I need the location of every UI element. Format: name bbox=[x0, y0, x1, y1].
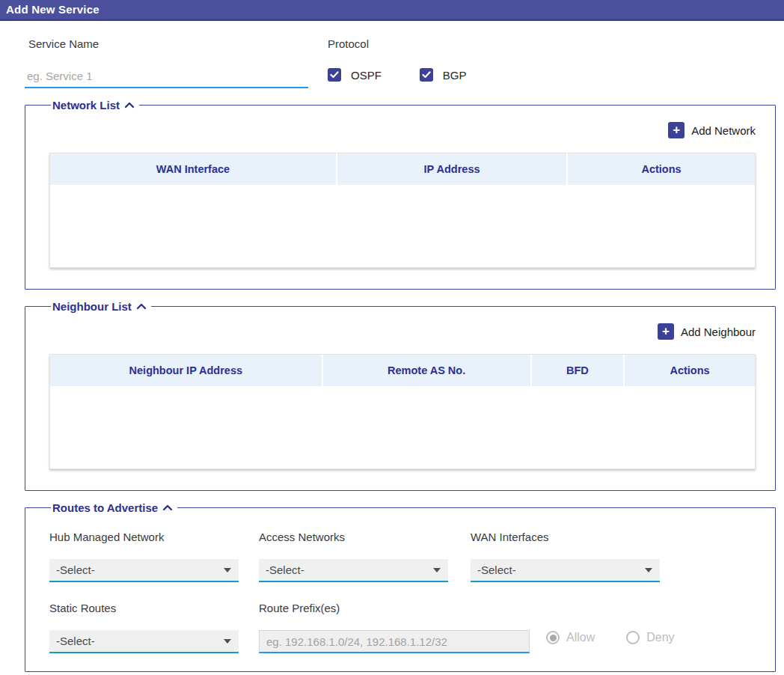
deny-radio[interactable] bbox=[626, 631, 640, 644]
static-routes-label: Static Routes bbox=[49, 602, 259, 614]
routes-row-2: Static Routes -Select- Route Prefix(es) … bbox=[49, 602, 756, 653]
chevron-up-icon[interactable] bbox=[136, 303, 147, 310]
check-icon bbox=[422, 71, 431, 79]
wan-interfaces-label: WAN Interfaces bbox=[471, 531, 680, 543]
neighbour-column-bfd: BFD bbox=[532, 355, 623, 386]
network-table: WAN Interface IP Address Actions bbox=[49, 153, 756, 268]
routes-legend-text: Routes to Advertise bbox=[52, 501, 158, 514]
dropdown-arrow-icon bbox=[645, 568, 652, 572]
service-name-input[interactable] bbox=[25, 67, 308, 88]
protocol-option-bgp: BGP bbox=[420, 68, 467, 82]
hub-managed-network-label: Hub Managed Network bbox=[49, 531, 259, 543]
access-networks-field: Access Networks -Select- bbox=[259, 531, 471, 582]
route-prefixes-label: Route Prefix(es) bbox=[259, 602, 530, 614]
service-name-field-group: Service Name bbox=[25, 37, 328, 88]
neighbour-table: Neighbour IP Address Remote AS No. BFD A… bbox=[49, 354, 756, 469]
network-list-legend[interactable]: Network List bbox=[51, 99, 139, 112]
neighbour-column-ip-address: Neighbour IP Address bbox=[50, 355, 322, 386]
hub-managed-network-value: -Select- bbox=[56, 563, 95, 576]
routes-to-advertise-section: Routes to Advertise Hub Managed Network … bbox=[25, 501, 776, 672]
neighbour-column-remote-as: Remote AS No. bbox=[323, 355, 530, 386]
routes-legend[interactable]: Routes to Advertise bbox=[51, 501, 177, 514]
protocol-option-ospf: OSPF bbox=[328, 68, 382, 82]
network-toolbar: + Add Network bbox=[49, 112, 756, 146]
access-networks-select[interactable]: -Select- bbox=[259, 559, 448, 582]
neighbour-list-legend-text: Neighbour List bbox=[52, 300, 132, 313]
network-table-header: WAN Interface IP Address Actions bbox=[50, 153, 755, 185]
bgp-checkbox[interactable] bbox=[420, 68, 433, 82]
ospf-checkbox-label: OSPF bbox=[351, 69, 382, 82]
dialog-body: Service Name Protocol OSPF bbox=[0, 21, 784, 672]
bgp-checkbox-label: BGP bbox=[443, 69, 467, 82]
access-networks-value: -Select- bbox=[266, 563, 304, 576]
network-list-legend-text: Network List bbox=[52, 99, 120, 112]
add-neighbour-button[interactable]: + Add Neighbour bbox=[658, 323, 756, 340]
static-routes-value: -Select- bbox=[56, 635, 95, 647]
network-column-wan-interface: WAN Interface bbox=[50, 153, 336, 185]
neighbour-list-legend[interactable]: Neighbour List bbox=[51, 300, 151, 313]
service-name-label: Service Name bbox=[28, 37, 328, 50]
dropdown-arrow-icon bbox=[224, 568, 231, 572]
add-network-button-label: Add Network bbox=[691, 124, 756, 137]
wan-interfaces-field: WAN Interfaces -Select- bbox=[471, 531, 680, 582]
dropdown-arrow-icon bbox=[224, 639, 231, 644]
neighbour-table-header: Neighbour IP Address Remote AS No. BFD A… bbox=[50, 355, 755, 386]
neighbour-table-body bbox=[50, 386, 755, 468]
network-column-actions: Actions bbox=[568, 153, 755, 185]
allow-radio-option: Allow bbox=[546, 631, 595, 644]
hub-managed-network-select[interactable]: -Select- bbox=[49, 559, 239, 582]
network-column-ip-address: IP Address bbox=[337, 153, 566, 185]
protocol-field-group: Protocol OSPF BGP bbox=[328, 37, 467, 88]
network-table-body bbox=[50, 185, 755, 267]
ospf-checkbox[interactable] bbox=[328, 68, 341, 82]
network-list-section: Network List + Add Network WAN Interface… bbox=[25, 99, 776, 290]
static-routes-field: Static Routes -Select- bbox=[49, 602, 259, 653]
service-protocol-row: Service Name Protocol OSPF bbox=[25, 37, 776, 88]
routes-row-1: Hub Managed Network -Select- Access Netw… bbox=[49, 531, 756, 582]
plus-icon: + bbox=[668, 122, 685, 138]
neighbour-toolbar: + Add Neighbour bbox=[49, 313, 756, 347]
neighbour-column-actions: Actions bbox=[625, 355, 755, 386]
policy-radio-group: Allow Deny bbox=[546, 622, 675, 653]
routes-fields: Hub Managed Network -Select- Access Netw… bbox=[49, 514, 756, 671]
deny-radio-label: Deny bbox=[646, 631, 674, 644]
route-prefixes-input[interactable] bbox=[259, 630, 530, 653]
allow-radio-label: Allow bbox=[566, 631, 595, 644]
chevron-up-icon[interactable] bbox=[162, 504, 173, 511]
neighbour-list-section: Neighbour List + Add Neighbour Neighbour… bbox=[25, 300, 776, 491]
check-icon bbox=[330, 71, 339, 79]
add-network-button[interactable]: + Add Network bbox=[668, 122, 756, 138]
access-networks-label: Access Networks bbox=[259, 531, 471, 543]
deny-radio-option: Deny bbox=[626, 631, 674, 644]
wan-interfaces-value: -Select- bbox=[477, 563, 516, 576]
plus-icon: + bbox=[658, 323, 674, 340]
protocol-label: Protocol bbox=[328, 37, 467, 50]
hub-managed-network-field: Hub Managed Network -Select- bbox=[49, 531, 259, 582]
static-routes-select[interactable]: -Select- bbox=[49, 630, 239, 653]
wan-interfaces-select[interactable]: -Select- bbox=[471, 559, 660, 582]
dialog-titlebar: Add New Service bbox=[0, 0, 784, 21]
protocol-options: OSPF BGP bbox=[328, 68, 467, 82]
route-prefixes-field: Route Prefix(es) bbox=[259, 602, 530, 653]
allow-radio[interactable] bbox=[546, 631, 560, 644]
add-neighbour-button-label: Add Neighbour bbox=[681, 326, 756, 338]
chevron-up-icon[interactable] bbox=[124, 102, 135, 109]
dialog-title: Add New Service bbox=[6, 3, 99, 16]
dropdown-arrow-icon bbox=[433, 568, 441, 572]
